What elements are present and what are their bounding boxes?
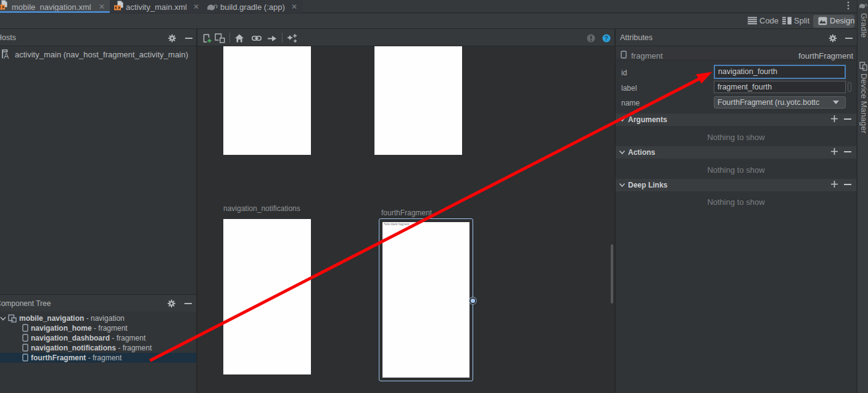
svg-text:A: A: [4, 52, 9, 59]
svg-text:?: ?: [605, 35, 608, 42]
